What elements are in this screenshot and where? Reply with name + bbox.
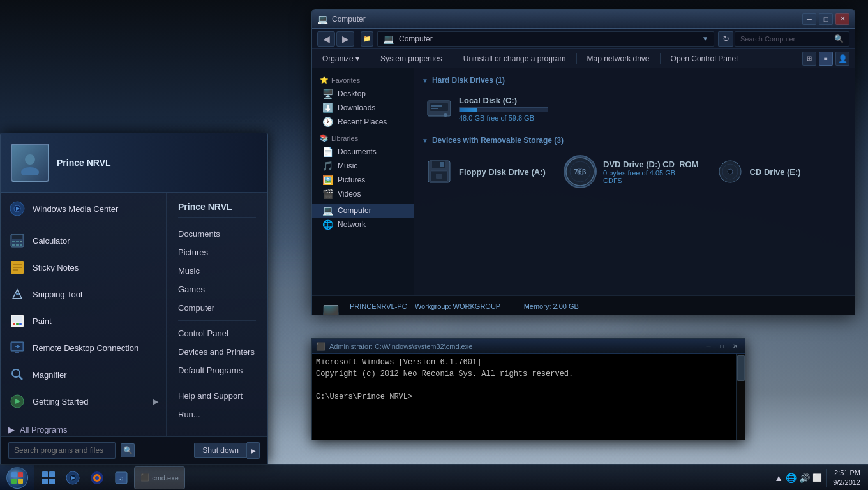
library-icon: 📚 — [320, 134, 329, 142]
explorer-content: Hard Disk Drives (1) — [414, 68, 855, 295]
tray-clock[interactable]: 2:51 PM 9/2/2012 — [830, 468, 863, 487]
right-item-devices-printers[interactable]: Devices and Printers — [169, 343, 265, 360]
open-control-panel-button[interactable]: Open Control Panel — [666, 53, 743, 64]
cmd-maximize[interactable]: □ — [716, 341, 728, 352]
tray-network[interactable]: 🌐 — [786, 473, 797, 483]
sidebar-downloads[interactable]: ⬇️ Downloads — [312, 101, 414, 115]
svg-rect-3 — [431, 105, 442, 107]
sidebar-music[interactable]: 🎵 Music — [312, 159, 414, 173]
sidebar-computer[interactable]: 💻 Computer — [312, 204, 414, 218]
right-item-help[interactable]: Help and Support — [169, 387, 265, 405]
workgroup: Workgroup: WORKGROUP — [415, 302, 500, 310]
paint-label: Paint — [33, 316, 52, 326]
sidebar-desktop[interactable]: 🖥️ Desktop — [312, 87, 414, 101]
hard-disks-header: Hard Disk Drives (1) — [422, 76, 847, 85]
cmd-close[interactable]: ✕ — [730, 341, 741, 352]
svg-rect-9 — [436, 174, 442, 179]
folder-up-button[interactable]: 📁 — [361, 31, 373, 47]
close-button[interactable]: ✕ — [835, 13, 849, 25]
user-avatar — [11, 144, 49, 182]
taskbar-windows-button[interactable] — [37, 466, 60, 489]
sidebar-recent-places[interactable]: 🕐 Recent Places — [312, 115, 414, 129]
start-item-getting-started[interactable]: Getting Started ▶ — [1, 388, 166, 415]
cmd-minimize[interactable]: ─ — [703, 341, 714, 352]
sidebar-documents[interactable]: 📄 Documents — [312, 145, 414, 159]
libraries-section: 📚 Libraries 📄 Documents 🎵 Music 🖼️ Pictu… — [312, 131, 414, 201]
cmd-prompt[interactable]: C:\Users\Prince NRVL> — [316, 391, 741, 403]
start-item-remote-desktop[interactable]: Remote Desktop Connection — [1, 334, 166, 361]
cd-info: CD Drive (E:) — [750, 167, 837, 177]
taskbar-cmd[interactable]: ⬛ cmd.exe — [134, 466, 185, 489]
toolbar-separator-4 — [660, 53, 661, 64]
search-input[interactable] — [8, 442, 116, 459]
shutdown-arrow-button[interactable]: ▶ — [247, 442, 260, 459]
right-item-pictures[interactable]: Pictures — [169, 244, 265, 261]
right-item-documents[interactable]: Documents — [169, 225, 265, 242]
uninstall-button[interactable]: Uninstall or change a program — [458, 53, 571, 64]
search-button[interactable]: 🔍 — [121, 443, 135, 457]
svg-rect-56 — [49, 471, 55, 477]
address-dropdown[interactable]: ▼ — [702, 35, 708, 42]
magnifier-label: Magnifier — [33, 370, 66, 380]
shutdown-button-group: Shut down ▶ — [194, 442, 260, 459]
right-item-music[interactable]: Music — [169, 262, 265, 279]
organize-button[interactable]: Organize ▾ — [317, 53, 364, 64]
start-item-magnifier[interactable]: Magnifier — [1, 361, 166, 388]
tray-volume[interactable]: 🔊 — [799, 473, 810, 483]
right-item-computer[interactable]: Computer — [169, 299, 265, 316]
start-item-media-center[interactable]: Windows Media Center — [1, 195, 166, 222]
taskbar-icon-4[interactable]: ♫ — [110, 466, 133, 489]
search-bar[interactable]: Search Computer 🔍 — [735, 31, 849, 47]
svg-rect-57 — [42, 479, 48, 484]
right-item-control-panel[interactable]: Control Panel — [169, 325, 265, 342]
maximize-button[interactable]: □ — [819, 13, 833, 25]
start-item-paint[interactable]: Paint — [1, 308, 166, 334]
view-button-2[interactable]: ≡ — [819, 52, 833, 66]
favorites-section: ⭐ Favorites 🖥️ Desktop ⬇️ Downloads 🕐 Re… — [312, 73, 414, 129]
dvd-drive[interactable]: 7θβ DVD Drive (D:) CD_ROM 0 bytes free o… — [560, 151, 703, 192]
svg-rect-24 — [12, 241, 15, 242]
floppy-icon — [426, 158, 453, 185]
taskbar-media-player[interactable] — [61, 466, 84, 489]
all-programs-button[interactable]: ▶ All Programs — [1, 420, 166, 436]
floppy-drive[interactable]: Floppy Disk Drive (A:) — [422, 151, 550, 192]
minimize-button[interactable]: ─ — [802, 13, 816, 25]
sidebar-videos[interactable]: 🎬 Videos — [312, 187, 414, 201]
right-item-default-programs[interactable]: Default Programs — [169, 362, 265, 379]
search-placeholder: Search Computer — [740, 35, 795, 43]
shutdown-button[interactable]: Shut down — [194, 443, 247, 458]
svg-rect-55 — [42, 471, 48, 477]
start-button[interactable] — [0, 465, 34, 491]
cmd-controls: ─ □ ✕ — [703, 341, 741, 352]
removable-title: Devices with Removable Storage (3) — [432, 136, 564, 145]
back-button[interactable]: ◀ — [317, 31, 335, 47]
map-network-button[interactable]: Map network drive — [582, 53, 655, 64]
getting-started-label: Getting Started — [33, 397, 88, 406]
sidebar-pictures[interactable]: 🖼️ Pictures — [312, 173, 414, 187]
tray-arrow[interactable]: ▲ — [774, 473, 783, 483]
start-item-snipping[interactable]: Snipping Tool — [1, 281, 166, 308]
sidebar-network[interactable]: 🌐 Network — [312, 218, 414, 232]
forward-button[interactable]: ▶ — [336, 31, 354, 47]
cmd-scrollbar[interactable] — [736, 354, 745, 440]
start-item-sticky-notes[interactable]: Sticky Notes — [1, 254, 166, 281]
address-bar[interactable]: 💻 Computer ▼ — [377, 31, 714, 47]
dvd-format: CDFS — [603, 177, 699, 184]
cd-icon — [717, 158, 744, 185]
taskbar-firefox[interactable] — [86, 466, 108, 489]
view-button-1[interactable]: ⊞ — [802, 52, 816, 66]
dvd-free: 0 bytes free of 4.05 GB — [603, 169, 699, 177]
start-item-calculator[interactable]: Calculator — [1, 227, 166, 254]
refresh-button[interactable]: ↻ — [718, 31, 733, 47]
recent-icon: 🕐 — [322, 117, 333, 127]
right-item-run[interactable]: Run... — [169, 406, 265, 423]
cd-drive[interactable]: CD Drive (E:) — [713, 151, 841, 192]
paint-icon — [8, 312, 26, 330]
svg-text:♫: ♫ — [119, 475, 124, 482]
right-item-games[interactable]: Games — [169, 281, 265, 298]
tray-battery[interactable]: ⬜ — [812, 473, 822, 482]
system-properties-button[interactable]: System properties — [375, 53, 447, 64]
local-disk-c[interactable]: Local Disk (C:) 48.0 GB free of 59.8 GB — [422, 91, 552, 126]
right-separator — [178, 320, 256, 321]
view-button-3[interactable]: 👤 — [835, 52, 849, 66]
